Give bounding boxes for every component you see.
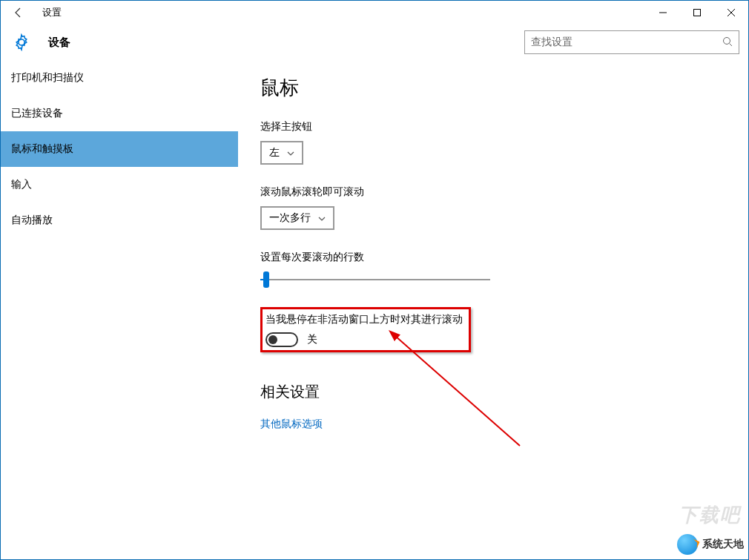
maximize-button[interactable] <box>680 1 714 24</box>
sidebar-item-label: 鼠标和触摸板 <box>11 142 73 156</box>
scroll-mode-label: 滚动鼠标滚轮即可滚动 <box>260 185 726 199</box>
search-icon <box>722 36 733 49</box>
minimize-button[interactable] <box>646 1 680 24</box>
toggle-state: 关 <box>307 333 317 346</box>
sidebar-item-label: 自动播放 <box>11 214 53 227</box>
download-watermark: 下载吧 <box>679 502 741 528</box>
primary-button-label: 选择主按钮 <box>260 120 726 134</box>
title-bar: 设置 <box>1 1 748 24</box>
svg-point-4 <box>724 37 730 44</box>
toggle-knob <box>268 335 277 344</box>
other-mouse-options-link[interactable]: 其他鼠标选项 <box>260 418 323 429</box>
header: 设备 查找设置 <box>1 24 748 60</box>
globe-icon <box>677 534 698 555</box>
sidebar-item-autoplay[interactable]: 自动播放 <box>1 202 238 238</box>
sidebar-item-printers[interactable]: 打印机和扫描仪 <box>1 60 238 96</box>
window-controls <box>646 1 748 24</box>
brand-watermark: 系统天地 <box>677 534 744 555</box>
svg-rect-1 <box>694 10 701 16</box>
svg-line-5 <box>730 43 733 46</box>
brand-text: 系统天地 <box>702 538 744 551</box>
sidebar-item-connected[interactable]: 已连接设备 <box>1 96 238 131</box>
search-input[interactable]: 查找设置 <box>524 30 739 54</box>
close-button[interactable] <box>714 1 748 24</box>
lines-per-scroll-label: 设置每次要滚动的行数 <box>260 251 726 264</box>
scroll-mode-select[interactable]: 一次多行 <box>260 206 334 230</box>
sidebar-item-label: 输入 <box>11 178 32 191</box>
inactive-scroll-toggle[interactable] <box>265 332 298 347</box>
gear-icon <box>13 33 30 51</box>
page-title: 鼠标 <box>260 75 726 101</box>
sidebar-item-typing[interactable]: 输入 <box>1 167 238 202</box>
chevron-down-icon <box>287 149 294 157</box>
slider-track <box>260 279 490 280</box>
search-placeholder: 查找设置 <box>531 36 722 49</box>
content-pane: 鼠标 选择主按钮 左 滚动鼠标滚轮即可滚动 一次多行 设置每次要滚动的行数 当我… <box>238 60 748 559</box>
primary-button-select[interactable]: 左 <box>260 141 303 165</box>
chevron-down-icon <box>318 214 326 223</box>
related-heading: 相关设置 <box>260 382 726 402</box>
sidebar-item-label: 已连接设备 <box>11 107 63 120</box>
select-value: 左 <box>269 146 280 159</box>
inactive-scroll-label: 当我悬停在非活动窗口上方时对其进行滚动 <box>265 313 463 326</box>
back-button[interactable] <box>7 1 30 24</box>
sidebar: 打印机和扫描仪 已连接设备 鼠标和触摸板 输入 自动播放 <box>1 60 238 559</box>
window-title: 设置 <box>42 6 62 19</box>
sidebar-item-mouse[interactable]: 鼠标和触摸板 <box>1 131 238 167</box>
select-value: 一次多行 <box>269 211 311 225</box>
annotation-highlight: 当我悬停在非活动窗口上方时对其进行滚动 关 <box>260 307 471 352</box>
slider-thumb[interactable] <box>263 271 269 288</box>
sidebar-item-label: 打印机和扫描仪 <box>11 71 84 85</box>
lines-per-scroll-slider[interactable] <box>260 271 490 289</box>
page-category: 设备 <box>48 36 70 50</box>
